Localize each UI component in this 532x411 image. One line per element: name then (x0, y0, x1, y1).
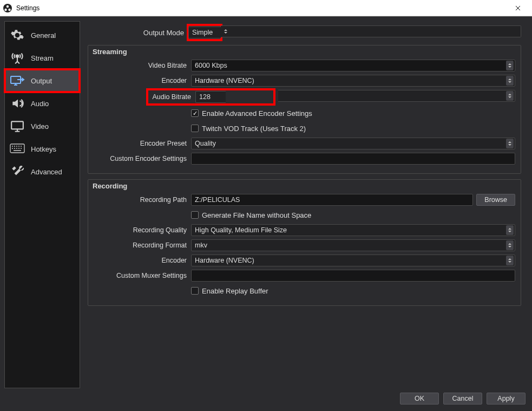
svg-point-3 (8, 8, 10, 10)
keyboard-icon (9, 141, 25, 157)
recording-encoder-value: Hardware (NVENC) (195, 257, 254, 264)
audio-bitrate-label: Audio Bitrate (148, 93, 191, 101)
output-mode-label: Output Mode (88, 29, 184, 37)
close-button[interactable] (506, 0, 530, 16)
apply-button[interactable]: Apply (487, 393, 526, 405)
output-mode-value: Simple (192, 29, 213, 36)
updown-icon (506, 240, 514, 250)
advanced-encoder-checkbox[interactable]: Enable Advanced Encoder Settings (191, 109, 515, 118)
recording-format-label: Recording Format (94, 242, 187, 249)
updown-icon (506, 225, 514, 235)
recording-encoder-label: Encoder (94, 257, 187, 264)
settings-body: General Stream Output Audio (0, 16, 532, 411)
streaming-encoder-value: Hardware (NVENC) (195, 77, 254, 84)
svg-point-1 (6, 5, 9, 7)
audio-bitrate-combobox-ext[interactable] (278, 90, 515, 102)
recording-encoder-combobox[interactable]: Hardware (NVENC) (191, 255, 515, 266)
video-bitrate-value: 6000 Kbps (195, 62, 227, 69)
streaming-group: Streaming Video Bitrate 6000 Kbps Encode… (88, 45, 521, 174)
sidebar-item-audio[interactable]: Audio (5, 92, 80, 115)
audio-bitrate-highlight: Audio Bitrate 128 (148, 90, 274, 104)
advanced-encoder-label: Enable Advanced Encoder Settings (202, 109, 312, 118)
replay-buffer-checkbox[interactable]: Enable Replay Buffer (191, 287, 515, 295)
recording-path-textbox[interactable]: Z:/PELICULAS (191, 194, 473, 206)
recording-quality-combobox[interactable]: High Quality, Medium File Size (191, 224, 515, 236)
sidebar-item-label: Stream (31, 54, 54, 62)
sidebar-item-advanced[interactable]: Advanced (5, 160, 80, 183)
replay-buffer-label: Enable Replay Buffer (202, 287, 268, 295)
app-icon (2, 3, 13, 14)
recording-title: Recording (93, 182, 127, 190)
recording-quality-value: High Quality, Medium File Size (195, 226, 287, 234)
sidebar-item-stream[interactable]: Stream (5, 47, 80, 69)
streaming-encoder-label: Encoder (94, 77, 187, 84)
audio-bitrate-combobox[interactable]: 128 (195, 91, 226, 103)
encoder-preset-combobox[interactable]: Quality (191, 138, 515, 149)
updown-icon (506, 61, 514, 70)
recording-path-label: Recording Path (94, 196, 187, 204)
sidebar-item-video[interactable]: Video (5, 115, 80, 138)
checkbox-icon (191, 125, 199, 132)
sidebar-item-hotkeys[interactable]: Hotkeys (5, 138, 80, 160)
video-bitrate-spinbox[interactable]: 6000 Kbps (191, 60, 515, 71)
updown-icon (506, 256, 514, 265)
recording-path-value: Z:/PELICULAS (195, 196, 240, 204)
sidebar-item-general[interactable]: General (5, 24, 80, 47)
twitch-vod-checkbox[interactable]: Twitch VOD Track (Uses Track 2) (191, 125, 515, 133)
no-space-label: Generate File Name without Space (202, 211, 311, 219)
cancel-button[interactable]: Cancel (443, 393, 482, 405)
svg-point-0 (3, 4, 12, 12)
encoder-preset-value: Quality (195, 140, 216, 147)
output-mode-combobox[interactable]: Simple (188, 27, 221, 38)
svg-rect-6 (11, 121, 23, 129)
browse-button[interactable]: Browse (476, 194, 515, 206)
checkbox-icon (191, 109, 199, 117)
custom-encoder-label: Custom Encoder Settings (94, 155, 187, 162)
sidebar-item-label: General (31, 31, 56, 40)
content-area: Output Mode Simple Streaming Video (80, 21, 528, 388)
monitor-icon (9, 118, 25, 134)
sidebar-item-label: Advanced (31, 168, 62, 176)
window-title: Settings (16, 4, 40, 12)
sidebar-item-label: Hotkeys (31, 145, 56, 153)
recording-quality-label: Recording Quality (94, 226, 187, 234)
sidebar: General Stream Output Audio (4, 21, 80, 388)
updown-icon (224, 29, 227, 34)
output-mode-row: Output Mode Simple (88, 25, 521, 40)
sidebar-item-label: Output (31, 77, 52, 85)
no-space-checkbox[interactable]: Generate File Name without Space (191, 211, 515, 219)
broadcast-icon (9, 50, 25, 66)
video-bitrate-label: Video Bitrate (94, 62, 187, 69)
recording-group: Recording Recording Path Z:/PELICULAS Br… (88, 179, 521, 306)
recording-format-value: mkv (195, 242, 207, 249)
updown-icon (506, 91, 514, 101)
updown-icon (506, 139, 514, 148)
ok-button[interactable]: OK (400, 393, 439, 405)
tools-icon (9, 164, 25, 180)
encoder-preset-label: Encoder Preset (94, 140, 187, 147)
titlebar: Settings (0, 0, 532, 16)
output-icon (9, 73, 25, 89)
sidebar-item-label: Video (31, 122, 49, 131)
streaming-title: Streaming (93, 48, 127, 56)
gear-icon (9, 27, 25, 43)
streaming-encoder-combobox[interactable]: Hardware (NVENC) (191, 75, 515, 87)
dialog-button-bar: OK Cancel Apply (4, 388, 528, 407)
checkbox-icon (191, 211, 199, 219)
speaker-icon (9, 95, 25, 112)
audio-bitrate-value: 128 (199, 93, 211, 101)
sidebar-item-label: Audio (31, 100, 49, 108)
custom-muxer-label: Custom Muxer Settings (94, 272, 187, 279)
checkbox-icon (191, 287, 199, 295)
custom-encoder-textbox[interactable] (191, 153, 515, 165)
output-mode-combobox-ext[interactable] (221, 25, 521, 37)
recording-format-combobox[interactable]: mkv (191, 239, 515, 251)
custom-muxer-textbox[interactable] (191, 270, 515, 282)
twitch-vod-label: Twitch VOD Track (Uses Track 2) (202, 125, 306, 133)
sidebar-item-output[interactable]: Output (5, 69, 80, 92)
svg-point-2 (4, 8, 6, 10)
updown-icon (506, 76, 514, 86)
